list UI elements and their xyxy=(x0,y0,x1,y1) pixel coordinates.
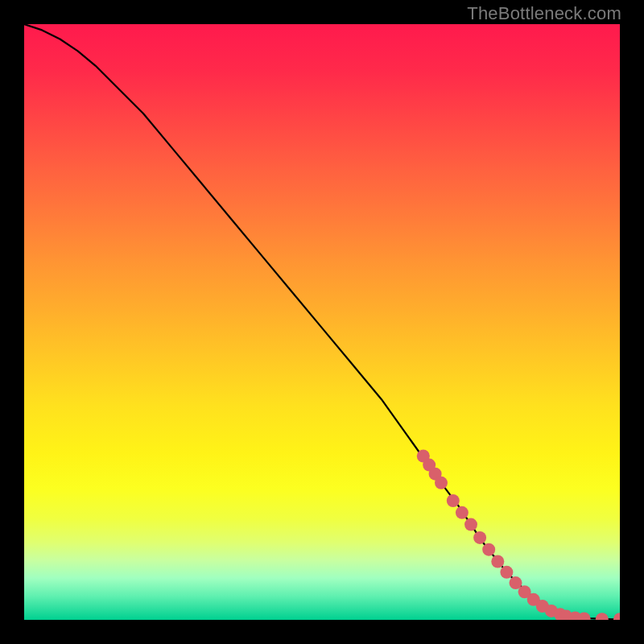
data-marker xyxy=(596,613,609,620)
plot-area xyxy=(24,24,620,620)
data-marker xyxy=(500,566,513,579)
chart-root: TheBottleneck.com xyxy=(0,0,644,644)
data-marker xyxy=(482,543,495,556)
markers-group xyxy=(417,450,620,621)
data-marker xyxy=(456,506,469,519)
attribution-text: TheBottleneck.com xyxy=(467,3,621,24)
data-marker xyxy=(447,494,460,507)
data-marker xyxy=(473,531,486,544)
data-marker xyxy=(613,613,620,620)
data-marker xyxy=(464,518,477,531)
data-marker xyxy=(435,477,448,489)
chart-overlay xyxy=(24,24,620,620)
data-marker xyxy=(491,555,504,568)
curve-path xyxy=(24,24,620,619)
